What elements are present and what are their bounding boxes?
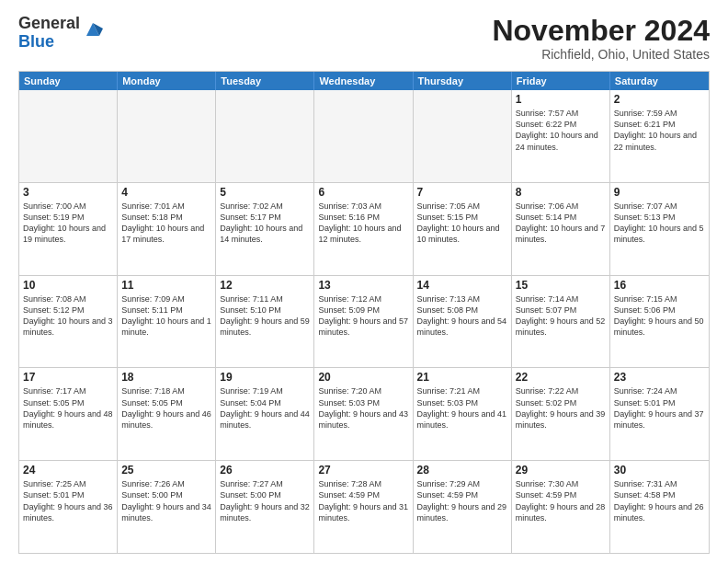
calendar-cell-16: 16Sunrise: 7:15 AM Sunset: 5:06 PM Dayli… xyxy=(610,276,709,368)
calendar-cell-22: 22Sunrise: 7:22 AM Sunset: 5:02 PM Dayli… xyxy=(512,368,610,460)
calendar-row-2: 10Sunrise: 7:08 AM Sunset: 5:12 PM Dayli… xyxy=(19,275,709,368)
calendar-cell-14: 14Sunrise: 7:13 AM Sunset: 5:08 PM Dayli… xyxy=(414,276,512,368)
calendar-cell-10: 10Sunrise: 7:08 AM Sunset: 5:12 PM Dayli… xyxy=(19,276,118,368)
calendar-body: 1Sunrise: 7:57 AM Sunset: 6:22 PM Daylig… xyxy=(19,90,709,553)
day-info: Sunrise: 7:57 AM Sunset: 6:22 PM Dayligh… xyxy=(516,108,606,153)
calendar-cell-9: 9Sunrise: 7:07 AM Sunset: 5:13 PM Daylig… xyxy=(610,183,709,275)
calendar-cell-3: 3Sunrise: 7:00 AM Sunset: 5:19 PM Daylig… xyxy=(19,183,118,275)
day-number: 2 xyxy=(614,93,705,106)
day-info: Sunrise: 7:05 AM Sunset: 5:15 PM Dayligh… xyxy=(417,201,507,246)
day-info: Sunrise: 7:29 AM Sunset: 4:59 PM Dayligh… xyxy=(417,478,507,523)
day-number: 13 xyxy=(318,279,408,292)
day-number: 19 xyxy=(220,371,310,384)
calendar-cell-empty xyxy=(19,90,118,182)
calendar-cell-12: 12Sunrise: 7:11 AM Sunset: 5:10 PM Dayli… xyxy=(216,276,314,368)
day-info: Sunrise: 7:28 AM Sunset: 4:59 PM Dayligh… xyxy=(318,478,408,523)
calendar-cell-26: 26Sunrise: 7:27 AM Sunset: 5:00 PM Dayli… xyxy=(216,461,314,553)
location: Richfield, Ohio, United States xyxy=(492,47,710,62)
day-number: 30 xyxy=(614,464,705,477)
day-info: Sunrise: 7:08 AM Sunset: 5:12 PM Dayligh… xyxy=(23,293,113,339)
header-day-wednesday: Wednesday xyxy=(314,72,413,90)
header-day-thursday: Thursday xyxy=(414,72,512,90)
logo-icon xyxy=(83,19,103,40)
day-number: 22 xyxy=(516,371,606,384)
header-day-tuesday: Tuesday xyxy=(216,72,314,90)
day-info: Sunrise: 7:21 AM Sunset: 5:03 PM Dayligh… xyxy=(417,385,507,431)
header-day-monday: Monday xyxy=(118,72,216,90)
day-info: Sunrise: 7:59 AM Sunset: 6:21 PM Dayligh… xyxy=(614,108,705,153)
calendar-cell-5: 5Sunrise: 7:02 AM Sunset: 5:17 PM Daylig… xyxy=(216,183,314,275)
calendar-cell-11: 11Sunrise: 7:09 AM Sunset: 5:11 PM Dayli… xyxy=(118,276,216,368)
day-info: Sunrise: 7:13 AM Sunset: 5:08 PM Dayligh… xyxy=(417,293,507,339)
header-day-sunday: Sunday xyxy=(19,72,118,90)
month-title: November 2024 xyxy=(492,15,710,47)
calendar-cell-27: 27Sunrise: 7:28 AM Sunset: 4:59 PM Dayli… xyxy=(314,461,413,553)
day-info: Sunrise: 7:17 AM Sunset: 5:05 PM Dayligh… xyxy=(23,385,113,431)
day-number: 9 xyxy=(614,186,705,199)
day-number: 20 xyxy=(318,371,408,384)
day-number: 3 xyxy=(23,186,113,199)
day-number: 11 xyxy=(121,279,211,292)
calendar-cell-6: 6Sunrise: 7:03 AM Sunset: 5:16 PM Daylig… xyxy=(314,183,413,275)
day-info: Sunrise: 7:15 AM Sunset: 5:06 PM Dayligh… xyxy=(614,293,705,339)
day-number: 14 xyxy=(417,279,507,292)
calendar-cell-4: 4Sunrise: 7:01 AM Sunset: 5:18 PM Daylig… xyxy=(118,183,216,275)
day-info: Sunrise: 7:25 AM Sunset: 5:01 PM Dayligh… xyxy=(23,478,113,523)
calendar-cell-empty xyxy=(314,90,413,182)
calendar-row-1: 3Sunrise: 7:00 AM Sunset: 5:19 PM Daylig… xyxy=(19,182,709,275)
calendar-cell-24: 24Sunrise: 7:25 AM Sunset: 5:01 PM Dayli… xyxy=(19,461,118,553)
calendar-cell-13: 13Sunrise: 7:12 AM Sunset: 5:09 PM Dayli… xyxy=(314,276,413,368)
day-number: 29 xyxy=(516,464,606,477)
calendar-cell-empty xyxy=(216,90,314,182)
day-number: 27 xyxy=(318,464,408,477)
day-number: 10 xyxy=(23,279,113,292)
day-info: Sunrise: 7:00 AM Sunset: 5:19 PM Dayligh… xyxy=(23,201,113,246)
calendar-cell-17: 17Sunrise: 7:17 AM Sunset: 5:05 PM Dayli… xyxy=(19,368,118,460)
day-number: 26 xyxy=(220,464,310,477)
day-number: 5 xyxy=(220,186,310,199)
day-number: 28 xyxy=(417,464,507,477)
day-info: Sunrise: 7:31 AM Sunset: 4:58 PM Dayligh… xyxy=(614,478,705,523)
calendar-cell-29: 29Sunrise: 7:30 AM Sunset: 4:59 PM Dayli… xyxy=(512,461,610,553)
day-info: Sunrise: 7:26 AM Sunset: 5:00 PM Dayligh… xyxy=(121,478,211,523)
calendar-row-0: 1Sunrise: 7:57 AM Sunset: 6:22 PM Daylig… xyxy=(19,90,709,182)
day-number: 12 xyxy=(220,279,310,292)
day-info: Sunrise: 7:09 AM Sunset: 5:11 PM Dayligh… xyxy=(121,293,211,339)
day-number: 8 xyxy=(516,186,606,199)
logo-general: General xyxy=(18,14,80,32)
day-info: Sunrise: 7:06 AM Sunset: 5:14 PM Dayligh… xyxy=(516,201,606,246)
calendar-cell-28: 28Sunrise: 7:29 AM Sunset: 4:59 PM Dayli… xyxy=(414,461,512,553)
day-info: Sunrise: 7:12 AM Sunset: 5:09 PM Dayligh… xyxy=(318,293,408,339)
day-info: Sunrise: 7:24 AM Sunset: 5:01 PM Dayligh… xyxy=(614,385,705,431)
logo: General Blue xyxy=(18,15,103,52)
day-info: Sunrise: 7:18 AM Sunset: 5:05 PM Dayligh… xyxy=(121,385,211,431)
logo-blue: Blue xyxy=(18,32,54,51)
calendar-cell-8: 8Sunrise: 7:06 AM Sunset: 5:14 PM Daylig… xyxy=(512,183,610,275)
calendar-cell-20: 20Sunrise: 7:20 AM Sunset: 5:03 PM Dayli… xyxy=(314,368,413,460)
day-number: 16 xyxy=(614,279,705,292)
title-section: November 2024 Richfield, Ohio, United St… xyxy=(492,15,710,62)
calendar-row-4: 24Sunrise: 7:25 AM Sunset: 5:01 PM Dayli… xyxy=(19,460,709,553)
day-number: 15 xyxy=(516,279,606,292)
day-number: 24 xyxy=(23,464,113,477)
calendar: SundayMondayTuesdayWednesdayThursdayFrid… xyxy=(18,71,710,554)
calendar-cell-25: 25Sunrise: 7:26 AM Sunset: 5:00 PM Dayli… xyxy=(118,461,216,553)
day-info: Sunrise: 7:01 AM Sunset: 5:18 PM Dayligh… xyxy=(121,201,211,246)
day-number: 25 xyxy=(121,464,211,477)
calendar-cell-1: 1Sunrise: 7:57 AM Sunset: 6:22 PM Daylig… xyxy=(512,90,610,182)
calendar-cell-2: 2Sunrise: 7:59 AM Sunset: 6:21 PM Daylig… xyxy=(610,90,709,182)
calendar-cell-21: 21Sunrise: 7:21 AM Sunset: 5:03 PM Dayli… xyxy=(414,368,512,460)
calendar-cell-7: 7Sunrise: 7:05 AM Sunset: 5:15 PM Daylig… xyxy=(414,183,512,275)
day-info: Sunrise: 7:27 AM Sunset: 5:00 PM Dayligh… xyxy=(220,478,310,523)
day-number: 1 xyxy=(516,93,606,106)
day-info: Sunrise: 7:30 AM Sunset: 4:59 PM Dayligh… xyxy=(516,478,606,523)
calendar-cell-15: 15Sunrise: 7:14 AM Sunset: 5:07 PM Dayli… xyxy=(512,276,610,368)
day-number: 23 xyxy=(614,371,705,384)
day-number: 6 xyxy=(318,186,408,199)
header-day-saturday: Saturday xyxy=(610,72,709,90)
day-number: 4 xyxy=(121,186,211,199)
header-day-friday: Friday xyxy=(512,72,610,90)
calendar-row-3: 17Sunrise: 7:17 AM Sunset: 5:05 PM Dayli… xyxy=(19,367,709,460)
day-info: Sunrise: 7:11 AM Sunset: 5:10 PM Dayligh… xyxy=(220,293,310,339)
day-info: Sunrise: 7:19 AM Sunset: 5:04 PM Dayligh… xyxy=(220,385,310,431)
